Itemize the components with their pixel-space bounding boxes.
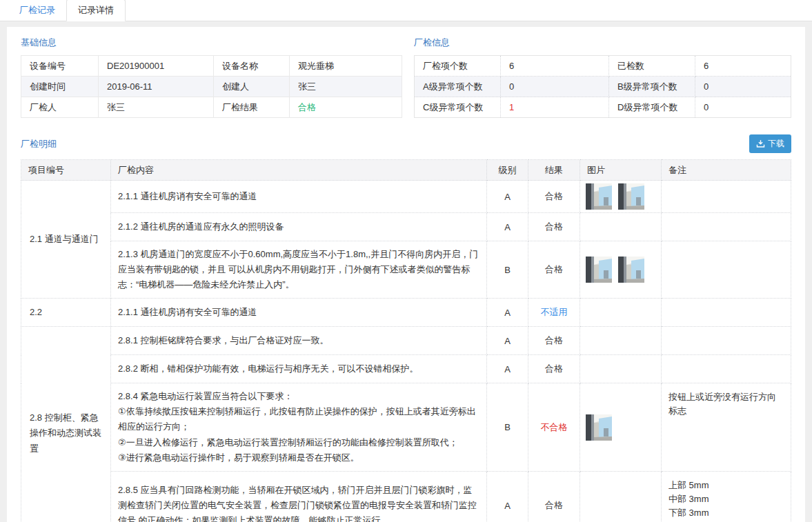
level-cell: A bbox=[487, 213, 528, 241]
remark-cell: 按钮上或近旁没有运行方向标志 bbox=[662, 383, 791, 471]
result-cell: 合格 bbox=[528, 471, 580, 522]
basic-info-table: 设备编号 DE201900001 设备名称 观光垂梯 创建时间 2019-06-… bbox=[21, 55, 402, 118]
photos-cell bbox=[580, 355, 662, 383]
remark-cell bbox=[662, 213, 791, 241]
field-value: 6 bbox=[695, 56, 791, 77]
field-value: 2019-06-11 bbox=[99, 77, 214, 97]
remark-cell bbox=[662, 327, 791, 355]
table-row: 2.8.4 紧急电动运行装置应当符合以下要求： ①依靠持续揿压按钮来控制轿厢运行… bbox=[21, 383, 791, 471]
basic-info-title: 基础信息 bbox=[21, 37, 402, 49]
level-cell: A bbox=[487, 181, 528, 213]
detail-title: 厂检明细 bbox=[21, 138, 57, 150]
inspection-info-section: 厂检信息 厂检项个数 6 已检数 6 A级异常项个数 0 B级异常项个数 0 C… bbox=[414, 37, 791, 118]
photo-thumbnail[interactable] bbox=[618, 257, 644, 283]
result-cell: 合格 bbox=[528, 181, 580, 213]
level-cell: A bbox=[487, 471, 528, 522]
col-header: 结果 bbox=[528, 160, 580, 181]
group-cell: 2.1 通道与通道门 bbox=[21, 181, 111, 299]
level-cell: A bbox=[487, 299, 528, 327]
field-label: B级异常项个数 bbox=[609, 77, 695, 97]
tab-record-list[interactable]: 厂检记录 bbox=[8, 0, 66, 21]
col-header: 图片 bbox=[580, 160, 662, 181]
field-label: 厂检结果 bbox=[214, 97, 290, 118]
photo-thumbnail[interactable] bbox=[586, 414, 612, 441]
photos-cell bbox=[580, 299, 662, 327]
result-cell: 不适用 bbox=[528, 299, 580, 327]
tab-bar: 厂检记录 记录详情 bbox=[0, 0, 812, 21]
inspection-content: 2.8.2 断相，错相保护功能有效，电梯运行与相序无关，可以不设错相保护。 bbox=[111, 355, 487, 383]
download-button-label: 下载 bbox=[768, 138, 784, 150]
field-label: 创建人 bbox=[214, 77, 290, 97]
table-row: 2.1.3 机房通道门的宽度应不小于0.60mm,高度应当不小于1.8m,,并且… bbox=[21, 241, 791, 299]
field-label: 设备名称 bbox=[214, 56, 290, 77]
basic-info-section: 基础信息 设备编号 DE201900001 设备名称 观光垂梯 创建时间 201… bbox=[21, 37, 402, 118]
group-cell: 2.8 控制柜、紧急操作和动态测试装置 bbox=[21, 327, 111, 522]
detail-header-row: 项目编号 厂检内容 级别 结果 图片 备注 bbox=[21, 160, 791, 181]
inspection-content: 2.8.5 应当具有门回路检测功能，当轿厢在开锁区域内，轿门开启并且层门门锁彩旗… bbox=[111, 471, 487, 522]
inspection-content: 2.8.4 紧急电动运行装置应当符合以下要求： ①依靠持续揿压按钮来控制轿厢运行… bbox=[111, 383, 487, 471]
detail-table: 项目编号 厂检内容 级别 结果 图片 备注 2.1 通道与通道门 2.1.1 通… bbox=[21, 159, 791, 522]
photo-thumbnail[interactable] bbox=[586, 257, 612, 283]
inspection-content: 2.1.2 通往机房的通道应有永久的照明设备 bbox=[111, 213, 487, 241]
field-label: 创建时间 bbox=[21, 77, 99, 97]
photos-cell bbox=[580, 327, 662, 355]
inspection-result-value: 合格 bbox=[290, 97, 402, 118]
level-cell: A bbox=[487, 355, 528, 383]
content-panel: 基础信息 设备编号 DE201900001 设备名称 观光垂梯 创建时间 201… bbox=[7, 27, 805, 522]
result-cell: 合格 bbox=[528, 241, 580, 299]
field-value: 观光垂梯 bbox=[290, 56, 402, 77]
photos-cell bbox=[580, 181, 662, 213]
download-button[interactable]: 下载 bbox=[749, 134, 791, 153]
table-row: 2.2 2.1.1 通往机房诮有安全可靠的通道 A 不适用 bbox=[21, 299, 791, 327]
field-value: 张三 bbox=[290, 77, 402, 97]
inspection-content: 2.1.3 机房通道门的宽度应不小于0.60mm,高度应当不小于1.8m,,并且… bbox=[111, 241, 487, 299]
remark-cell bbox=[662, 299, 791, 327]
inspection-info-table: 厂检项个数 6 已检数 6 A级异常项个数 0 B级异常项个数 0 C级异常项个… bbox=[414, 55, 791, 118]
inspection-content: 2.1.1 通往机房诮有安全可靠的通道 bbox=[111, 181, 487, 213]
remark-cell bbox=[662, 355, 791, 383]
table-row: 2.8 控制柜、紧急操作和动态测试装置 2.8.1 控制柜铭牌符合要求，与出厂合… bbox=[21, 327, 791, 355]
photo-thumbnail[interactable] bbox=[618, 183, 644, 210]
photos-cell bbox=[580, 241, 662, 299]
level-cell: B bbox=[487, 241, 528, 299]
remark-cell bbox=[662, 241, 791, 299]
field-value: 0 bbox=[695, 97, 791, 118]
field-label: A级异常项个数 bbox=[415, 77, 501, 97]
field-label: 设备编号 bbox=[21, 56, 99, 77]
col-header: 级别 bbox=[487, 160, 528, 181]
remark-cell bbox=[662, 181, 791, 213]
field-value: 0 bbox=[695, 77, 791, 97]
inspection-info-title: 厂检信息 bbox=[414, 37, 791, 49]
table-row: 2.8.5 应当具有门回路检测功能，当轿厢在开锁区域内，轿门开启并且层门门锁彩旗… bbox=[21, 471, 791, 522]
result-cell: 合格 bbox=[528, 355, 580, 383]
remark-cell: 上部 5mm 中部 3mm 下部 3mm bbox=[662, 471, 791, 522]
field-value: DE201900001 bbox=[99, 56, 214, 77]
field-label: 厂检项个数 bbox=[415, 56, 501, 77]
group-cell: 2.2 bbox=[21, 299, 111, 327]
col-header: 备注 bbox=[662, 160, 791, 181]
field-value: 6 bbox=[501, 56, 609, 77]
tab-record-detail[interactable]: 记录详情 bbox=[66, 0, 126, 21]
c-level-count: 1 bbox=[501, 97, 609, 118]
photos-cell bbox=[580, 471, 662, 522]
table-row: 2.1.2 通往机房的通道应有永久的照明设备 A 合格 bbox=[21, 213, 791, 241]
field-value: 张三 bbox=[99, 97, 214, 118]
field-label: D级异常项个数 bbox=[609, 97, 695, 118]
col-header: 项目编号 bbox=[21, 160, 111, 181]
level-cell: B bbox=[487, 383, 528, 471]
inspection-content: 2.1.1 通往机房诮有安全可靠的通道 bbox=[111, 299, 487, 327]
table-row: 2.8.2 断相，错相保护功能有效，电梯运行与相序无关，可以不设错相保护。 A … bbox=[21, 355, 791, 383]
field-label: C级异常项个数 bbox=[415, 97, 501, 118]
level-cell: A bbox=[487, 327, 528, 355]
result-cell: 合格 bbox=[528, 213, 580, 241]
inspection-content: 2.8.1 控制柜铭牌符合要求，与出厂合格证对应一致。 bbox=[111, 327, 487, 355]
result-cell: 合格 bbox=[528, 327, 580, 355]
col-header: 厂检内容 bbox=[111, 160, 487, 181]
photos-cell bbox=[580, 383, 662, 471]
result-cell: 不合格 bbox=[528, 383, 580, 471]
photos-cell bbox=[580, 213, 662, 241]
field-label: 厂检人 bbox=[21, 97, 99, 118]
photo-thumbnail[interactable] bbox=[586, 183, 612, 210]
field-label: 已检数 bbox=[609, 56, 695, 77]
download-icon bbox=[756, 139, 765, 148]
